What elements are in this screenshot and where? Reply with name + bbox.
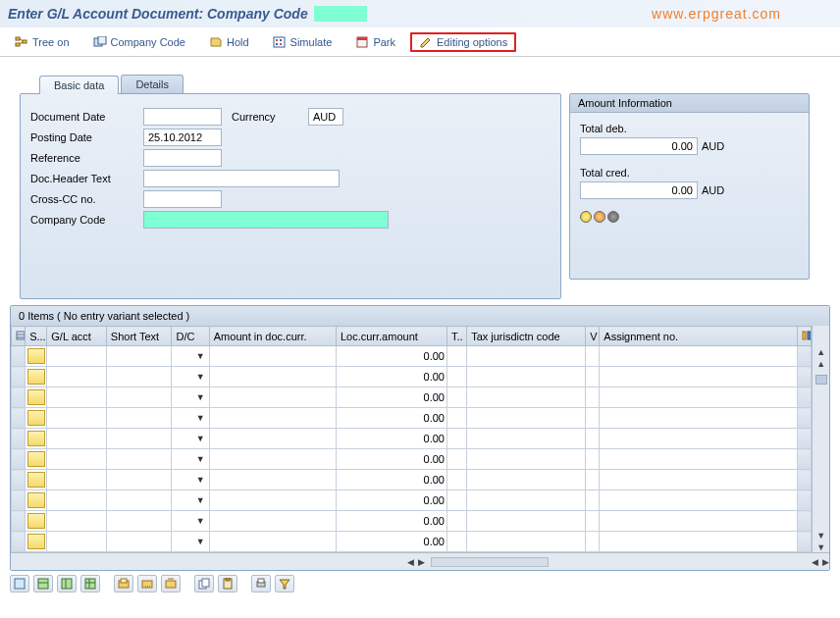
- loc-amount-cell[interactable]: 0.00: [336, 408, 446, 429]
- tax-jur-cell[interactable]: [467, 346, 586, 367]
- v-cell[interactable]: [586, 511, 600, 532]
- tax-cell[interactable]: [446, 367, 466, 387]
- loc-amount-cell[interactable]: 0.00: [336, 532, 446, 552]
- vertical-scrollbar[interactable]: ▲ ▲ ▼ ▼: [812, 326, 829, 552]
- dc-dropdown-icon[interactable]: ▼: [196, 537, 205, 546]
- tab-details[interactable]: Details: [121, 75, 184, 93]
- tax-cell[interactable]: [446, 449, 466, 470]
- table-row[interactable]: ▼0.00: [12, 470, 812, 490]
- amount-doc-cell[interactable]: [209, 470, 336, 490]
- dc-dropdown-icon[interactable]: ▼: [196, 392, 205, 402]
- gl-lookup-button[interactable]: [27, 492, 45, 508]
- v-cell[interactable]: [586, 490, 600, 511]
- company-code-field[interactable]: [143, 211, 389, 229]
- v-cell[interactable]: [586, 429, 600, 449]
- dc-cell[interactable]: ▼: [172, 387, 209, 408]
- col-config-icon[interactable]: [798, 327, 812, 346]
- assignment-cell[interactable]: [600, 408, 798, 429]
- amount-doc-cell[interactable]: [209, 408, 336, 429]
- row-selector[interactable]: [12, 408, 26, 429]
- short-text-cell[interactable]: [106, 429, 172, 449]
- assignment-cell[interactable]: [600, 367, 798, 387]
- v-cell[interactable]: [586, 408, 600, 429]
- bt-icon-filter[interactable]: [275, 575, 294, 592]
- gl-lookup-button[interactable]: [27, 472, 45, 488]
- tax-cell[interactable]: [446, 408, 466, 429]
- col-short-text[interactable]: Short Text: [106, 327, 172, 346]
- hold-button[interactable]: Hold: [200, 32, 258, 52]
- horizontal-scrollbar[interactable]: ◀ ▶ ◀ ▶: [11, 552, 829, 570]
- gl-acct-cell[interactable]: [47, 408, 107, 429]
- park-button[interactable]: Park: [346, 32, 404, 52]
- bt-icon-5[interactable]: [114, 575, 133, 592]
- v-cell[interactable]: [586, 532, 600, 552]
- short-text-cell[interactable]: [106, 408, 172, 429]
- bt-icon-print[interactable]: [251, 575, 271, 592]
- dc-dropdown-icon[interactable]: ▼: [196, 434, 205, 443]
- bt-icon-7[interactable]: [161, 575, 181, 592]
- tax-jur-cell[interactable]: [467, 408, 586, 429]
- col-tax[interactable]: T..: [446, 327, 466, 346]
- dc-cell[interactable]: ▼: [172, 532, 209, 552]
- tax-jur-cell[interactable]: [467, 532, 586, 552]
- short-text-cell[interactable]: [106, 367, 172, 387]
- gl-lookup-cell[interactable]: [26, 429, 47, 449]
- gl-lookup-button[interactable]: [27, 369, 45, 385]
- short-text-cell[interactable]: [106, 490, 172, 511]
- col-gl-acct[interactable]: G/L acct: [47, 327, 107, 346]
- loc-amount-cell[interactable]: 0.00: [336, 470, 446, 490]
- assignment-cell[interactable]: [600, 449, 798, 470]
- v-cell[interactable]: [586, 367, 600, 387]
- short-text-cell[interactable]: [106, 532, 172, 552]
- short-text-cell[interactable]: [106, 387, 172, 408]
- tax-jur-cell[interactable]: [467, 470, 586, 490]
- v-cell[interactable]: [586, 449, 600, 470]
- gl-acct-cell[interactable]: [47, 367, 107, 387]
- gl-lookup-button[interactable]: [27, 410, 45, 426]
- table-row[interactable]: ▼0.00: [12, 490, 812, 511]
- amount-doc-cell[interactable]: [209, 532, 336, 552]
- assignment-cell[interactable]: [600, 490, 798, 511]
- hscroll-left-icon[interactable]: ◀: [407, 557, 414, 567]
- row-selector[interactable]: [12, 449, 26, 470]
- amount-doc-cell[interactable]: [209, 490, 336, 511]
- assignment-cell[interactable]: [600, 387, 798, 408]
- simulate-button[interactable]: Simulate: [264, 32, 341, 52]
- gl-acct-cell[interactable]: [47, 387, 107, 408]
- gl-lookup-cell[interactable]: [26, 367, 47, 387]
- row-selector[interactable]: [12, 490, 26, 511]
- document-date-field[interactable]: [143, 108, 222, 126]
- tax-cell[interactable]: [446, 429, 466, 449]
- dc-cell[interactable]: ▼: [172, 346, 209, 367]
- tax-jur-cell[interactable]: [467, 511, 586, 532]
- table-row[interactable]: ▼0.00: [12, 387, 812, 408]
- loc-amount-cell[interactable]: 0.00: [336, 429, 446, 449]
- row-selector[interactable]: [12, 429, 26, 449]
- loc-amount-cell[interactable]: 0.00: [336, 490, 446, 511]
- assignment-cell[interactable]: [600, 532, 798, 552]
- dc-cell[interactable]: ▼: [172, 511, 209, 532]
- bt-icon-3[interactable]: [57, 575, 77, 592]
- dc-dropdown-icon[interactable]: ▼: [196, 351, 205, 361]
- tax-jur-cell[interactable]: [467, 367, 586, 387]
- amount-doc-cell[interactable]: [209, 511, 336, 532]
- tax-cell[interactable]: [446, 346, 466, 367]
- row-selector[interactable]: [12, 470, 26, 490]
- gl-lookup-button[interactable]: [27, 513, 45, 529]
- gl-lookup-cell[interactable]: [26, 346, 47, 367]
- bt-icon-paste[interactable]: [218, 575, 237, 592]
- tax-jur-cell[interactable]: [467, 429, 586, 449]
- gl-lookup-button[interactable]: [27, 534, 45, 549]
- dc-cell[interactable]: ▼: [172, 429, 209, 449]
- row-selector[interactable]: [12, 387, 26, 408]
- tax-cell[interactable]: [446, 532, 466, 552]
- table-row[interactable]: ▼0.00: [12, 429, 812, 449]
- assignment-cell[interactable]: [600, 511, 798, 532]
- doc-header-field[interactable]: [143, 170, 340, 187]
- short-text-cell[interactable]: [106, 470, 172, 490]
- scroll-up-icon2[interactable]: ▲: [816, 359, 825, 369]
- scroll-down-icon2[interactable]: ▼: [816, 531, 825, 541]
- gl-lookup-button[interactable]: [27, 431, 45, 446]
- short-text-cell[interactable]: [106, 346, 172, 367]
- col-assignment[interactable]: Assignment no.: [600, 327, 798, 346]
